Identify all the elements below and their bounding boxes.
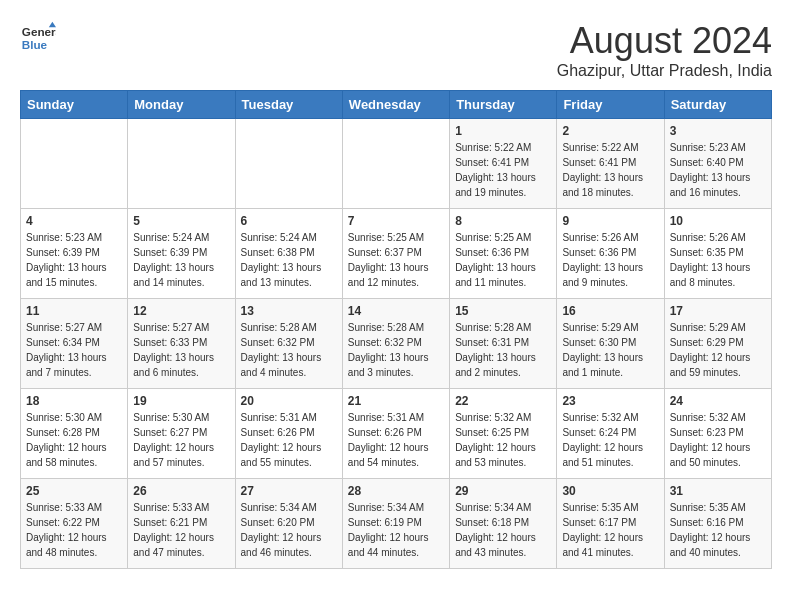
calendar-week-1: 1Sunrise: 5:22 AMSunset: 6:41 PMDaylight… <box>21 119 772 209</box>
calendar-cell-w2-d3: 7Sunrise: 5:25 AMSunset: 6:37 PMDaylight… <box>342 209 449 299</box>
calendar-cell-w5-d6: 31Sunrise: 5:35 AMSunset: 6:16 PMDayligh… <box>664 479 771 569</box>
day-number: 28 <box>348 484 444 498</box>
day-number: 16 <box>562 304 658 318</box>
day-number: 30 <box>562 484 658 498</box>
calendar-cell-w2-d2: 6Sunrise: 5:24 AMSunset: 6:38 PMDaylight… <box>235 209 342 299</box>
day-detail: Sunrise: 5:35 AMSunset: 6:16 PMDaylight:… <box>670 500 766 560</box>
day-number: 3 <box>670 124 766 138</box>
calendar-cell-w2-d5: 9Sunrise: 5:26 AMSunset: 6:36 PMDaylight… <box>557 209 664 299</box>
calendar-cell-w3-d1: 12Sunrise: 5:27 AMSunset: 6:33 PMDayligh… <box>128 299 235 389</box>
header-monday: Monday <box>128 91 235 119</box>
day-number: 2 <box>562 124 658 138</box>
day-number: 24 <box>670 394 766 408</box>
day-number: 5 <box>133 214 229 228</box>
calendar-table: Sunday Monday Tuesday Wednesday Thursday… <box>20 90 772 569</box>
day-detail: Sunrise: 5:29 AMSunset: 6:29 PMDaylight:… <box>670 320 766 380</box>
header-saturday: Saturday <box>664 91 771 119</box>
day-detail: Sunrise: 5:24 AMSunset: 6:39 PMDaylight:… <box>133 230 229 290</box>
day-number: 18 <box>26 394 122 408</box>
calendar-cell-w5-d0: 25Sunrise: 5:33 AMSunset: 6:22 PMDayligh… <box>21 479 128 569</box>
calendar-week-2: 4Sunrise: 5:23 AMSunset: 6:39 PMDaylight… <box>21 209 772 299</box>
calendar-cell-w1-d2 <box>235 119 342 209</box>
calendar-cell-w1-d6: 3Sunrise: 5:23 AMSunset: 6:40 PMDaylight… <box>664 119 771 209</box>
day-number: 15 <box>455 304 551 318</box>
day-detail: Sunrise: 5:27 AMSunset: 6:33 PMDaylight:… <box>133 320 229 380</box>
day-number: 13 <box>241 304 337 318</box>
calendar-cell-w2-d1: 5Sunrise: 5:24 AMSunset: 6:39 PMDaylight… <box>128 209 235 299</box>
calendar-cell-w5-d1: 26Sunrise: 5:33 AMSunset: 6:21 PMDayligh… <box>128 479 235 569</box>
calendar-week-5: 25Sunrise: 5:33 AMSunset: 6:22 PMDayligh… <box>21 479 772 569</box>
day-detail: Sunrise: 5:28 AMSunset: 6:32 PMDaylight:… <box>241 320 337 380</box>
calendar-cell-w3-d2: 13Sunrise: 5:28 AMSunset: 6:32 PMDayligh… <box>235 299 342 389</box>
calendar-cell-w1-d1 <box>128 119 235 209</box>
day-detail: Sunrise: 5:34 AMSunset: 6:19 PMDaylight:… <box>348 500 444 560</box>
day-detail: Sunrise: 5:23 AMSunset: 6:40 PMDaylight:… <box>670 140 766 200</box>
title-area: August 2024 Ghazipur, Uttar Pradesh, Ind… <box>557 20 772 80</box>
calendar-cell-w1-d5: 2Sunrise: 5:22 AMSunset: 6:41 PMDaylight… <box>557 119 664 209</box>
calendar-cell-w4-d0: 18Sunrise: 5:30 AMSunset: 6:28 PMDayligh… <box>21 389 128 479</box>
day-detail: Sunrise: 5:22 AMSunset: 6:41 PMDaylight:… <box>455 140 551 200</box>
day-number: 10 <box>670 214 766 228</box>
day-number: 11 <box>26 304 122 318</box>
svg-text:Blue: Blue <box>22 38 48 51</box>
logo-icon: General Blue <box>20 20 56 56</box>
calendar-cell-w5-d5: 30Sunrise: 5:35 AMSunset: 6:17 PMDayligh… <box>557 479 664 569</box>
day-detail: Sunrise: 5:26 AMSunset: 6:35 PMDaylight:… <box>670 230 766 290</box>
day-detail: Sunrise: 5:33 AMSunset: 6:22 PMDaylight:… <box>26 500 122 560</box>
day-detail: Sunrise: 5:27 AMSunset: 6:34 PMDaylight:… <box>26 320 122 380</box>
calendar-cell-w2-d4: 8Sunrise: 5:25 AMSunset: 6:36 PMDaylight… <box>450 209 557 299</box>
day-number: 19 <box>133 394 229 408</box>
calendar-cell-w3-d4: 15Sunrise: 5:28 AMSunset: 6:31 PMDayligh… <box>450 299 557 389</box>
calendar-cell-w5-d2: 27Sunrise: 5:34 AMSunset: 6:20 PMDayligh… <box>235 479 342 569</box>
calendar-cell-w4-d1: 19Sunrise: 5:30 AMSunset: 6:27 PMDayligh… <box>128 389 235 479</box>
day-detail: Sunrise: 5:34 AMSunset: 6:18 PMDaylight:… <box>455 500 551 560</box>
day-detail: Sunrise: 5:32 AMSunset: 6:23 PMDaylight:… <box>670 410 766 470</box>
day-detail: Sunrise: 5:23 AMSunset: 6:39 PMDaylight:… <box>26 230 122 290</box>
day-number: 27 <box>241 484 337 498</box>
day-number: 20 <box>241 394 337 408</box>
calendar-cell-w4-d2: 20Sunrise: 5:31 AMSunset: 6:26 PMDayligh… <box>235 389 342 479</box>
header-wednesday: Wednesday <box>342 91 449 119</box>
calendar-cell-w2-d6: 10Sunrise: 5:26 AMSunset: 6:35 PMDayligh… <box>664 209 771 299</box>
day-detail: Sunrise: 5:31 AMSunset: 6:26 PMDaylight:… <box>348 410 444 470</box>
day-detail: Sunrise: 5:35 AMSunset: 6:17 PMDaylight:… <box>562 500 658 560</box>
day-detail: Sunrise: 5:33 AMSunset: 6:21 PMDaylight:… <box>133 500 229 560</box>
header-sunday: Sunday <box>21 91 128 119</box>
day-number: 23 <box>562 394 658 408</box>
calendar-cell-w2-d0: 4Sunrise: 5:23 AMSunset: 6:39 PMDaylight… <box>21 209 128 299</box>
day-number: 9 <box>562 214 658 228</box>
calendar-header-row: Sunday Monday Tuesday Wednesday Thursday… <box>21 91 772 119</box>
day-number: 17 <box>670 304 766 318</box>
day-number: 1 <box>455 124 551 138</box>
day-number: 31 <box>670 484 766 498</box>
day-number: 25 <box>26 484 122 498</box>
day-number: 22 <box>455 394 551 408</box>
location-title: Ghazipur, Uttar Pradesh, India <box>557 62 772 80</box>
day-detail: Sunrise: 5:22 AMSunset: 6:41 PMDaylight:… <box>562 140 658 200</box>
calendar-week-4: 18Sunrise: 5:30 AMSunset: 6:28 PMDayligh… <box>21 389 772 479</box>
day-detail: Sunrise: 5:28 AMSunset: 6:31 PMDaylight:… <box>455 320 551 380</box>
day-detail: Sunrise: 5:25 AMSunset: 6:36 PMDaylight:… <box>455 230 551 290</box>
day-detail: Sunrise: 5:29 AMSunset: 6:30 PMDaylight:… <box>562 320 658 380</box>
calendar-cell-w1-d4: 1Sunrise: 5:22 AMSunset: 6:41 PMDaylight… <box>450 119 557 209</box>
day-detail: Sunrise: 5:28 AMSunset: 6:32 PMDaylight:… <box>348 320 444 380</box>
day-detail: Sunrise: 5:25 AMSunset: 6:37 PMDaylight:… <box>348 230 444 290</box>
day-number: 21 <box>348 394 444 408</box>
month-year-title: August 2024 <box>557 20 772 62</box>
day-number: 29 <box>455 484 551 498</box>
calendar-cell-w3-d3: 14Sunrise: 5:28 AMSunset: 6:32 PMDayligh… <box>342 299 449 389</box>
calendar-cell-w4-d3: 21Sunrise: 5:31 AMSunset: 6:26 PMDayligh… <box>342 389 449 479</box>
calendar-cell-w4-d5: 23Sunrise: 5:32 AMSunset: 6:24 PMDayligh… <box>557 389 664 479</box>
header-thursday: Thursday <box>450 91 557 119</box>
day-number: 26 <box>133 484 229 498</box>
day-number: 7 <box>348 214 444 228</box>
header-tuesday: Tuesday <box>235 91 342 119</box>
day-detail: Sunrise: 5:26 AMSunset: 6:36 PMDaylight:… <box>562 230 658 290</box>
calendar-cell-w5-d3: 28Sunrise: 5:34 AMSunset: 6:19 PMDayligh… <box>342 479 449 569</box>
calendar-week-3: 11Sunrise: 5:27 AMSunset: 6:34 PMDayligh… <box>21 299 772 389</box>
day-detail: Sunrise: 5:32 AMSunset: 6:24 PMDaylight:… <box>562 410 658 470</box>
day-number: 6 <box>241 214 337 228</box>
day-detail: Sunrise: 5:24 AMSunset: 6:38 PMDaylight:… <box>241 230 337 290</box>
calendar-cell-w5-d4: 29Sunrise: 5:34 AMSunset: 6:18 PMDayligh… <box>450 479 557 569</box>
day-detail: Sunrise: 5:31 AMSunset: 6:26 PMDaylight:… <box>241 410 337 470</box>
